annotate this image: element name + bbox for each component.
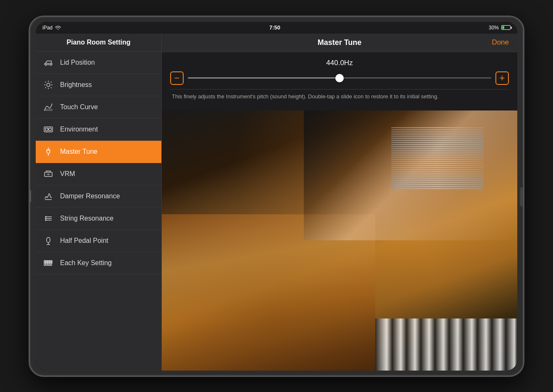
sidebar-item-each-key[interactable]: Each Key Setting	[36, 252, 161, 274]
piano-string	[391, 165, 484, 166]
brightness-label: Brightness	[60, 81, 92, 89]
half-pedal-label: Half Pedal Point	[60, 237, 108, 245]
home-button[interactable]	[519, 186, 524, 207]
slider-increase-button[interactable]: +	[495, 71, 509, 85]
description-text: This finely adjusts the Instrument's pit…	[170, 89, 509, 104]
battery-fill	[502, 26, 504, 29]
main-content: Piano Room Setting Lid Position	[36, 34, 517, 371]
piano-string	[391, 138, 484, 139]
brightness-icon	[42, 79, 54, 91]
piano-visual	[162, 110, 517, 371]
piano-string	[391, 188, 484, 189]
piano-string	[391, 161, 484, 162]
slider-decrease-button[interactable]: −	[170, 71, 184, 85]
piano-string	[391, 174, 484, 174]
status-bar: iPad 7:50 30%	[36, 22, 517, 34]
svg-rect-12	[45, 109, 52, 110]
status-time: 7:50	[269, 24, 280, 31]
touch-curve-icon	[42, 101, 54, 113]
svg-rect-28	[47, 237, 50, 242]
piano-string	[391, 171, 484, 172]
piano-string	[391, 180, 484, 181]
piano-string	[391, 178, 484, 179]
piano-string	[391, 127, 484, 128]
half-pedal-icon	[42, 235, 54, 247]
vrm-label: VRM	[60, 170, 75, 178]
piano-image-area	[162, 110, 517, 371]
sidebar-item-string-resonance[interactable]: String Resonance	[36, 208, 161, 230]
piano-string	[391, 146, 484, 147]
piano-string	[391, 157, 484, 158]
status-left: iPad	[42, 25, 61, 31]
volume-button[interactable]	[29, 190, 31, 203]
master-tune-label: Master Tune	[60, 148, 97, 155]
environment-icon	[42, 124, 54, 135]
sidebar-item-half-pedal[interactable]: Half Pedal Point	[36, 230, 161, 252]
piano-string	[391, 129, 484, 130]
touch-curve-label: Touch Curve	[60, 103, 98, 111]
piano-string	[391, 167, 484, 168]
piano-string	[391, 144, 484, 145]
sidebar-title: Piano Room Setting	[36, 34, 161, 52]
status-right: 30%	[489, 25, 511, 31]
wifi-icon	[55, 26, 61, 30]
environment-label: Environment	[60, 126, 98, 133]
svg-point-3	[47, 83, 50, 87]
piano-string	[391, 136, 484, 137]
each-key-icon	[42, 257, 54, 269]
piano-string	[391, 184, 484, 185]
piano-string	[391, 155, 484, 155]
sidebar: Piano Room Setting Lid Position	[36, 34, 162, 371]
slider-track[interactable]	[188, 77, 491, 79]
piano-string	[391, 163, 484, 164]
svg-line-8	[45, 82, 46, 82]
panel-header: Master Tune Done	[162, 34, 517, 52]
done-button[interactable]: Done	[492, 38, 509, 47]
piano-string	[391, 176, 484, 176]
svg-rect-0	[45, 63, 52, 65]
slider-row: − +	[170, 71, 509, 85]
piano-string	[391, 150, 484, 151]
piano-string	[391, 153, 484, 153]
slider-fill	[188, 77, 340, 79]
battery-icon	[501, 25, 511, 30]
master-tune-icon	[42, 146, 54, 158]
lid-position-label: Lid Position	[60, 59, 95, 66]
string-resonance-icon	[42, 213, 54, 224]
tune-value: 440.0Hz	[170, 59, 509, 67]
piano-string	[391, 142, 484, 143]
sidebar-item-lid-position[interactable]: Lid Position	[36, 52, 161, 74]
sidebar-item-vrm[interactable]: VRM	[36, 163, 161, 185]
device-name: iPad	[42, 25, 53, 31]
svg-line-11	[51, 82, 52, 82]
piano-string	[391, 134, 484, 134]
damper-resonance-label: Damper Resonance	[60, 192, 120, 200]
battery-percent: 30%	[489, 25, 499, 31]
piano-string	[391, 132, 484, 132]
right-panel: Master Tune Done 440.0Hz − +	[162, 34, 517, 371]
svg-rect-15	[49, 128, 51, 131]
sidebar-item-master-tune[interactable]: Master Tune	[36, 141, 161, 163]
panel-title: Master Tune	[283, 38, 396, 47]
sidebar-item-environment[interactable]: Environment	[36, 118, 161, 141]
slider-thumb[interactable]	[335, 74, 344, 82]
sidebar-item-touch-curve[interactable]: Touch Curve	[36, 96, 161, 118]
piano-string	[391, 182, 484, 183]
piano-string	[391, 148, 484, 149]
sidebar-item-brightness[interactable]: Brightness	[36, 74, 161, 96]
svg-rect-14	[45, 128, 48, 131]
vrm-icon	[42, 168, 54, 180]
damper-resonance-icon	[42, 190, 54, 202]
piano-string	[391, 159, 484, 160]
panel-body: 440.0Hz − + This finely adjusts the Inst…	[162, 52, 517, 110]
piano-keys	[375, 318, 517, 371]
piano-string	[391, 186, 484, 187]
string-resonance-label: String Resonance	[60, 215, 113, 222]
piano-string	[391, 140, 484, 141]
sidebar-item-damper-resonance[interactable]: Damper Resonance	[36, 185, 161, 208]
svg-line-9	[51, 87, 52, 88]
ipad-frame: iPad 7:50 30% Piano Ro	[29, 16, 524, 377]
battery-indicator	[501, 25, 511, 30]
each-key-label: Each Key Setting	[60, 259, 112, 267]
lid-icon	[42, 57, 54, 68]
